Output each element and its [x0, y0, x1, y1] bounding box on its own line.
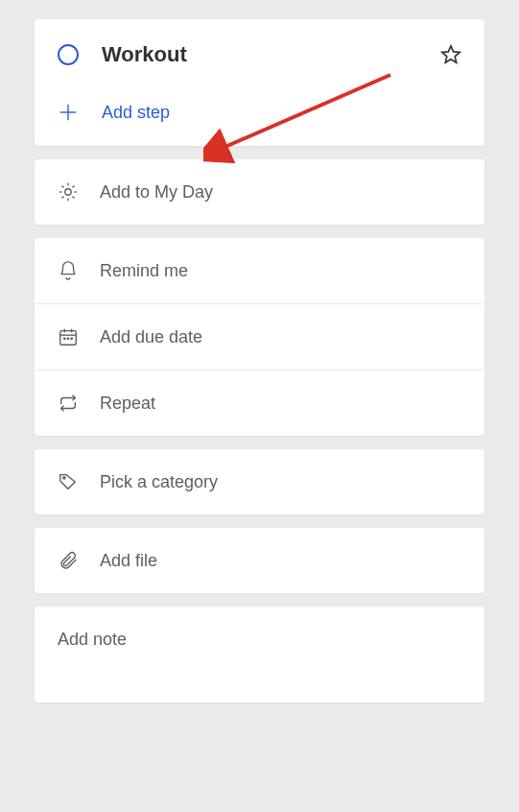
svg-point-18: [67, 338, 68, 339]
svg-line-12: [73, 185, 75, 187]
svg-point-20: [63, 477, 65, 479]
svg-line-9: [61, 185, 63, 187]
add-to-my-day-button[interactable]: Add to My Day: [35, 159, 484, 225]
repeat-icon: [58, 393, 79, 414]
add-note-input[interactable]: Add note: [35, 607, 484, 703]
bell-icon: [58, 260, 79, 281]
pick-category-label: Pick a category: [100, 472, 218, 492]
file-card: Add file: [35, 528, 484, 593]
add-file-button[interactable]: Add file: [35, 528, 484, 593]
plus-icon: [58, 102, 79, 123]
task-title[interactable]: Workout: [102, 42, 440, 67]
svg-point-4: [65, 189, 71, 195]
category-card: Pick a category: [35, 449, 484, 514]
paperclip-icon: [58, 550, 79, 571]
add-to-my-day-label: Add to My Day: [100, 182, 213, 203]
remind-me-button[interactable]: Remind me: [35, 238, 484, 304]
svg-point-19: [71, 338, 72, 339]
add-file-label: Add file: [100, 551, 157, 571]
task-header-card: Workout Add step: [35, 19, 484, 146]
add-due-date-button[interactable]: Add due date: [35, 304, 484, 370]
remind-me-label: Remind me: [100, 261, 188, 281]
star-icon[interactable]: [440, 44, 461, 65]
sun-icon: [58, 181, 79, 203]
add-to-my-day-card: Add to My Day: [35, 159, 484, 225]
add-step-button[interactable]: Add step: [35, 84, 484, 146]
repeat-label: Repeat: [100, 394, 155, 414]
calendar-icon: [58, 326, 79, 347]
add-due-date-label: Add due date: [100, 327, 202, 347]
scheduling-card: Remind me Add due date Repeat: [35, 238, 484, 436]
svg-point-17: [64, 338, 65, 339]
pick-category-button[interactable]: Pick a category: [35, 449, 484, 514]
svg-line-10: [73, 197, 75, 199]
repeat-button[interactable]: Repeat: [35, 370, 484, 436]
completion-circle[interactable]: [58, 44, 79, 65]
tag-icon: [58, 471, 79, 492]
task-header: Workout: [35, 19, 484, 84]
note-placeholder: Add note: [58, 630, 127, 649]
svg-line-11: [61, 197, 63, 199]
add-step-label: Add step: [102, 103, 170, 123]
